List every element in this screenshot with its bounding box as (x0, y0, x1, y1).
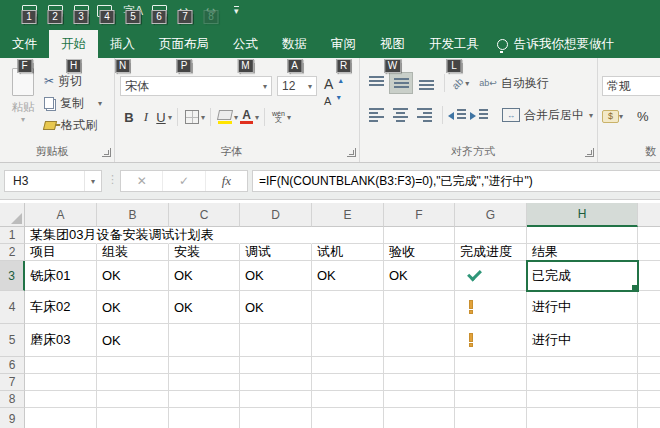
cell-H7[interactable] (527, 374, 638, 391)
row-header-5[interactable]: 5 (0, 324, 25, 357)
cell-G8[interactable] (455, 391, 527, 408)
cell-B6[interactable] (97, 357, 169, 374)
cell-H3[interactable]: 已完成 (527, 261, 638, 291)
number-format-combobox[interactable]: 常规 (602, 76, 660, 96)
cell-G3[interactable] (455, 261, 527, 291)
cell-A4[interactable]: 车床02 (25, 291, 97, 324)
formula-input[interactable]: =IF(N(COUNTBLANK(B3:F3)=0),"已完成","进行中") (252, 170, 660, 192)
tab-page-layout[interactable]: 页面布局P (147, 30, 221, 58)
cell-partial-6[interactable] (638, 357, 660, 374)
fill-color-dropdown-icon[interactable]: ▾ (234, 113, 238, 122)
col-header-B[interactable]: B (97, 203, 169, 227)
cell-E3[interactable]: OK (312, 261, 384, 291)
paste-button[interactable]: 粘贴 ▾ (6, 68, 40, 124)
borders-dropdown-icon[interactable]: ▾ (201, 113, 205, 122)
cell-C6[interactable] (169, 357, 240, 374)
cell-partial-4[interactable] (638, 291, 660, 324)
row-header-6[interactable]: 6 (0, 357, 25, 374)
borders-icon[interactable] (185, 110, 199, 124)
bold-button[interactable]: B (120, 110, 138, 125)
cell-H8[interactable] (527, 391, 638, 408)
qat-save-button[interactable]: 1 (16, 2, 42, 20)
align-right-button[interactable] (413, 105, 435, 125)
fill-handle[interactable] (631, 284, 638, 291)
cell-E8[interactable] (312, 391, 384, 408)
cell-A2[interactable]: 项目 (25, 244, 97, 261)
cell-H5[interactable]: 进行中 (527, 324, 638, 357)
shrink-font-button[interactable]: A▼ (324, 95, 346, 107)
percent-style-button[interactable]: % (637, 109, 649, 124)
cell-E1[interactable] (312, 227, 384, 244)
qat-undo-button[interactable]: ↩▾7 (172, 2, 198, 20)
cell-D9[interactable] (240, 408, 312, 428)
cell-F6[interactable] (384, 357, 455, 374)
formula-bar-resize-handle[interactable]: ⋮ (107, 173, 118, 186)
cell-A8[interactable] (25, 391, 97, 408)
cell-A3[interactable]: 铣床01 (25, 261, 97, 291)
cell-F3[interactable]: OK (384, 261, 455, 291)
cell-E6[interactable] (312, 357, 384, 374)
orientation-icon[interactable]: ab (450, 75, 466, 91)
merge-center-button[interactable]: 合并后居中 (524, 107, 584, 124)
cell-B5[interactable]: OK (97, 324, 169, 357)
col-header-partial[interactable] (638, 203, 660, 227)
top-align-button[interactable] (365, 73, 387, 93)
cell-G6[interactable] (455, 357, 527, 374)
tab-file[interactable]: 文件F (0, 30, 49, 58)
row-header-7[interactable]: 7 (0, 374, 25, 391)
cell-partial-2[interactable] (638, 244, 660, 261)
qat-ink-button[interactable]: ▾4 (94, 2, 120, 20)
row-header-8[interactable]: 8 (0, 391, 25, 408)
tab-insert[interactable]: 插入N (98, 30, 147, 58)
cell-B3[interactable]: OK (97, 261, 169, 291)
cell-H9[interactable] (527, 408, 638, 428)
tab-data[interactable]: 数据A (270, 30, 319, 58)
name-box-dropdown-icon[interactable]: ▾ (84, 171, 101, 191)
col-header-H[interactable]: H (527, 203, 638, 227)
cell-D7[interactable] (240, 374, 312, 391)
row-header-3[interactable]: 3 (0, 261, 25, 291)
cell-G2[interactable]: 完成进度 (455, 244, 527, 261)
cell-E4[interactable] (312, 291, 384, 324)
copy-dropdown-icon[interactable]: ▾ (98, 99, 102, 108)
cell-partial-1[interactable] (638, 227, 660, 244)
tab-home[interactable]: 开始H (49, 30, 98, 58)
cell-B7[interactable] (97, 374, 169, 391)
tab-view[interactable]: 视图W (368, 30, 417, 58)
clipboard-dialog-launcher[interactable] (102, 148, 111, 157)
cell-D4[interactable]: OK (240, 291, 312, 324)
phonetic-dropdown-icon[interactable]: ▾ (287, 113, 291, 122)
bottom-align-button[interactable] (415, 73, 437, 93)
align-center-button[interactable] (389, 105, 411, 125)
row-header-9[interactable]: 9 (0, 408, 25, 428)
qat-open-button[interactable]: 2 (42, 2, 68, 20)
cell-A7[interactable] (25, 374, 97, 391)
cell-G4[interactable] (455, 291, 527, 324)
cell-G1[interactable] (455, 227, 527, 244)
tell-me-box[interactable]: 告诉我你想要做什Q (497, 30, 660, 58)
qat-translate-button[interactable]: 字A5 (120, 2, 146, 20)
cell-H4[interactable]: 进行中 (527, 291, 638, 324)
insert-function-button[interactable]: fx (206, 171, 247, 191)
italic-button[interactable]: I (138, 109, 154, 125)
cell-C7[interactable] (169, 374, 240, 391)
cell-F8[interactable] (384, 391, 455, 408)
cell-E2[interactable]: 试机 (312, 244, 384, 261)
cell-D8[interactable] (240, 391, 312, 408)
underline-dropdown-icon[interactable]: ▾ (168, 113, 172, 122)
copy-button[interactable]: 复制 ▾ (44, 92, 102, 114)
phonetic-guide-icon[interactable]: wén 文 (272, 111, 285, 123)
cell-D1[interactable] (240, 227, 312, 244)
cell-partial-9[interactable] (638, 408, 660, 428)
col-header-A[interactable]: A (25, 203, 97, 227)
font-color-dropdown-icon[interactable]: ▾ (255, 113, 259, 122)
name-box[interactable]: H3 ▾ (4, 170, 102, 192)
cell-C9[interactable] (169, 408, 240, 428)
cell-F9[interactable] (384, 408, 455, 428)
cell-F2[interactable]: 验收 (384, 244, 455, 261)
col-header-F[interactable]: F (384, 203, 455, 227)
cell-G5[interactable] (455, 324, 527, 357)
tab-review[interactable]: 审阅R (319, 30, 368, 58)
cell-B8[interactable] (97, 391, 169, 408)
cell-C8[interactable] (169, 391, 240, 408)
